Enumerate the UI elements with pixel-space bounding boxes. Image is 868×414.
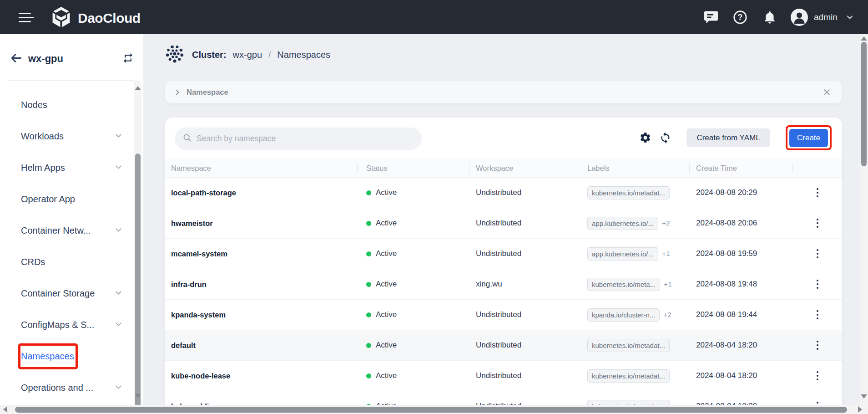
namespace-name[interactable]: default [165, 341, 357, 350]
search-bar[interactable] [175, 128, 422, 150]
sidebar-item-operations-and[interactable]: Operations and ... [0, 372, 134, 404]
page-vertical-scrollbar[interactable] [860, 34, 868, 414]
status-dot [366, 221, 371, 226]
table-row[interactable]: kpanda-systemActiveUndistributedkpanda.i… [165, 300, 842, 330]
scroll-down-arrow[interactable] [861, 394, 867, 399]
messages-icon[interactable] [703, 0, 719, 34]
label-chip: kubernetes.io/meta... [587, 278, 660, 291]
table-row[interactable]: infra-drunActivexing.wukubernetes.io/met… [165, 269, 842, 300]
page-horizontal-scrollbar[interactable] [0, 405, 868, 414]
sidebar-divider [9, 80, 134, 81]
table-row[interactable]: defaultActiveUndistributedkubernetes.io/… [165, 330, 842, 361]
workspace-cell: Undistributed [469, 249, 579, 258]
daocloud-logo[interactable]: DaoCloud [51, 6, 141, 30]
status-cell: Active [357, 371, 469, 380]
table-row[interactable]: mcamel-systemActiveUndistributedapp.kube… [165, 239, 842, 269]
scroll-left-arrow[interactable] [3, 406, 7, 413]
search-icon [182, 133, 192, 144]
user-avatar[interactable] [790, 0, 808, 34]
sidebar-item-configmaps-s[interactable]: ConfigMaps & S... [0, 309, 134, 341]
labels-cell: app.kubernetes.io/...+1 [579, 247, 689, 261]
chevron-right-icon [174, 89, 181, 96]
column-header-labels: Labels [579, 159, 689, 178]
username-label: admin [814, 0, 838, 34]
status-label: Active [376, 371, 397, 380]
page-horizontal-scrollbar-thumb[interactable] [15, 407, 847, 413]
workspace-cell: Undistributed [469, 188, 579, 197]
create-time-cell: 2024-08-08 19:44 [689, 310, 792, 319]
status-label: Active [376, 310, 397, 319]
label-extra-count: +1 [662, 250, 670, 258]
namespace-name[interactable]: local-path-storage [165, 189, 357, 197]
workspace-cell: Undistributed [469, 341, 579, 350]
settings-gear-icon[interactable] [639, 132, 651, 146]
create-button[interactable]: Create [789, 129, 828, 147]
workspace-cell: Undistributed [469, 310, 579, 319]
sidebar-item-label: Operations and ... [21, 383, 93, 393]
status-dot [366, 343, 371, 348]
status-cell: Active [357, 341, 469, 350]
refresh-icon[interactable] [659, 132, 671, 146]
sidebar-scrollbar-thumb[interactable] [135, 153, 141, 414]
chevron-down-icon [115, 288, 122, 299]
row-actions-kebab-button[interactable] [815, 215, 820, 230]
column-header-actions [792, 159, 842, 178]
column-header-status: Status [357, 159, 469, 178]
scroll-down-arrow[interactable] [135, 394, 141, 398]
chevron-down-icon [115, 225, 122, 236]
sidebar-nav: NodesWorkloadsHelm AppsOperator AppConta… [0, 89, 134, 404]
cluster-title: wx-gpu [28, 53, 63, 65]
breadcrumb-current: Namespaces [277, 50, 330, 60]
row-actions-kebab-button[interactable] [815, 337, 820, 353]
page-vertical-scrollbar-thumb[interactable] [861, 42, 867, 166]
user-menu-chevron-down-icon[interactable] [845, 0, 854, 34]
row-actions-kebab-button[interactable] [815, 307, 820, 322]
sidebar-item-label: Nodes [21, 100, 47, 110]
row-actions-kebab-button[interactable] [815, 276, 820, 291]
create-time-cell: 2024-08-08 20:06 [689, 219, 792, 228]
sidebar: wx-gpu NodesWorkloadsHelm AppsOperator A… [0, 34, 143, 414]
create-from-yaml-button[interactable]: Create from YAML [686, 128, 770, 147]
table-row[interactable]: local-path-storageActiveUndistributedkub… [165, 178, 842, 208]
namespace-name[interactable]: hwameistor [165, 219, 357, 228]
sidebar-item-operator-app[interactable]: Operator App [0, 184, 134, 215]
sidebar-item-label: ConfigMaps & S... [21, 320, 94, 330]
search-input[interactable] [197, 134, 422, 143]
table-row[interactable]: kube-node-leaseActiveUndistributedkubern… [165, 361, 842, 391]
row-actions-kebab-button[interactable] [815, 368, 820, 383]
scroll-right-arrow[interactable] [858, 406, 862, 413]
namespace-name[interactable]: kube-node-lease [165, 372, 357, 380]
sidebar-item-nodes[interactable]: Nodes [0, 89, 134, 121]
close-icon[interactable] [823, 88, 831, 98]
sidebar-item-crds[interactable]: CRDs [0, 246, 134, 278]
sidebar-item-namespaces[interactable]: Namespaces [0, 341, 134, 372]
namespace-collapse-panel[interactable]: Namespace [165, 81, 842, 103]
help-icon[interactable]: ? [732, 0, 748, 34]
namespace-name[interactable]: mcamel-system [165, 250, 357, 258]
sidebar-item-helm-apps[interactable]: Helm Apps [0, 152, 134, 184]
sidebar-item-label: Workloads [21, 131, 64, 142]
breadcrumb-cluster-link[interactable]: wx-gpu [233, 50, 262, 60]
scroll-up-arrow[interactable] [135, 86, 141, 90]
namespace-name[interactable]: infra-drun [165, 280, 357, 289]
svg-text:?: ? [738, 13, 743, 22]
menu-hamburger-icon[interactable] [19, 13, 34, 25]
sidebar-item-container-netw[interactable]: Container Netw... [0, 215, 134, 246]
row-actions-kebab-button[interactable] [815, 185, 820, 200]
notifications-bell-icon[interactable] [762, 0, 777, 34]
namespace-name[interactable]: kpanda-system [165, 311, 357, 319]
sidebar-item-container-storage[interactable]: Container Storage [0, 278, 134, 309]
status-label: Active [376, 219, 397, 228]
status-dot [366, 312, 371, 317]
label-chip: kubernetes.io/metadat... [587, 339, 670, 352]
switch-cluster-icon[interactable] [122, 52, 134, 66]
status-dot [366, 190, 371, 195]
back-arrow-icon[interactable] [10, 52, 22, 66]
topbar: DaoCloud ? admin [0, 0, 868, 34]
scroll-up-arrow[interactable] [861, 36, 867, 41]
table-row[interactable]: hwameistorActiveUndistributedapp.kuberne… [165, 208, 842, 239]
sidebar-item-workloads[interactable]: Workloads [0, 121, 134, 152]
sidebar-scrollbar[interactable] [134, 81, 141, 405]
workspace-cell: xing.wu [469, 280, 579, 289]
row-actions-kebab-button[interactable] [815, 246, 820, 261]
